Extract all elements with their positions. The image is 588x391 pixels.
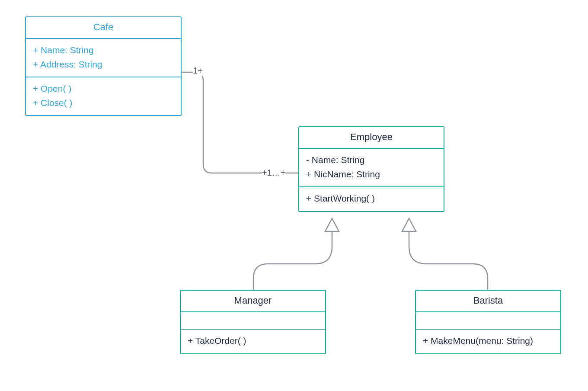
attribute: + Address: String — [33, 58, 174, 72]
attribute: + Name: String — [33, 43, 174, 58]
class-operations: + MakeMenu(menu: String) — [416, 330, 560, 353]
class-operations: + TakeOrder( ) — [181, 330, 325, 353]
class-title: Manager — [181, 291, 325, 312]
gen-barista-employee — [409, 231, 488, 290]
class-attributes — [416, 312, 560, 330]
gen-arrow-right — [402, 218, 416, 231]
class-title: Employee — [299, 127, 444, 149]
class-title: Barista — [416, 291, 560, 312]
attribute: + NicName: String — [306, 167, 437, 182]
multiplicity-employee-side: +1…+ — [262, 168, 285, 178]
operation: + Close( ) — [33, 96, 174, 110]
attribute: - Name: String — [306, 153, 437, 167]
operation: + MakeMenu(menu: String) — [423, 334, 553, 348]
class-attributes — [181, 312, 325, 330]
operation: + Open( ) — [33, 82, 174, 96]
multiplicity-cafe-side: 1+ — [193, 66, 203, 76]
class-operations: + StartWorking( ) — [299, 187, 444, 211]
operation: + TakeOrder( ) — [188, 334, 318, 348]
class-barista[interactable]: Barista + MakeMenu(menu: String) — [415, 290, 561, 354]
class-cafe[interactable]: Cafe + Name: String + Address: String + … — [25, 16, 182, 116]
gen-arrow-left — [325, 218, 339, 231]
gen-manager-employee — [253, 231, 332, 290]
operation: + StartWorking( ) — [306, 192, 437, 206]
class-manager[interactable]: Manager + TakeOrder( ) — [180, 290, 326, 354]
class-operations: + Open( ) + Close( ) — [26, 77, 181, 115]
assoc-cafe-employee — [182, 72, 298, 173]
class-attributes: - Name: String + NicName: String — [299, 149, 444, 187]
class-employee[interactable]: Employee - Name: String + NicName: Strin… — [298, 126, 444, 212]
class-attributes: + Name: String + Address: String — [26, 39, 181, 77]
class-title: Cafe — [26, 17, 181, 39]
